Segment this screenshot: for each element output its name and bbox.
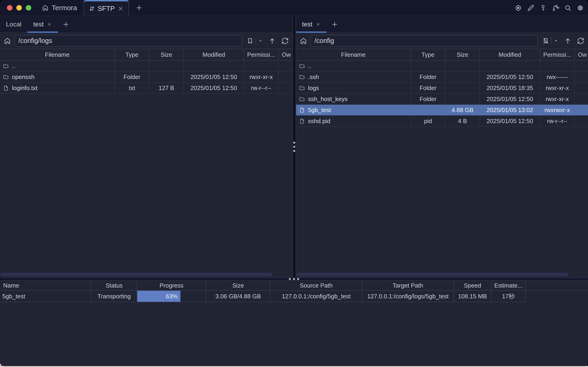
left-path-actions: [247, 37, 289, 45]
file-cell-modified: 2025/01/05 12:50: [184, 72, 244, 83]
column-header-status[interactable]: Status: [92, 281, 137, 291]
column-header-progress[interactable]: Progress: [137, 281, 206, 291]
file-cell-owner: [575, 72, 588, 83]
right-path-input[interactable]: [311, 37, 537, 45]
file-cell-type: Folder: [411, 94, 445, 105]
plus-icon: [331, 21, 338, 28]
column-header-name[interactable]: Name: [0, 281, 92, 291]
file-row[interactable]: opensshFolder2025/01/05 12:50rwxr-xr-x: [0, 72, 292, 83]
chevron-down-icon[interactable]: [258, 39, 263, 43]
left-horizontal-scrollbar[interactable]: [0, 273, 273, 276]
file-cell-permissions: rwxr-xr-x: [540, 83, 575, 94]
column-header-type[interactable]: Type: [411, 49, 445, 61]
tab-test-right[interactable]: test: [296, 16, 327, 32]
tab-test-label: test: [302, 21, 312, 28]
file-cell-type: Folder: [411, 83, 445, 94]
column-header-permissions[interactable]: Permissi...: [540, 49, 575, 61]
filename-cell: ..: [296, 61, 411, 72]
file-row[interactable]: ..: [0, 61, 292, 72]
column-header-target[interactable]: Target Path: [362, 281, 454, 291]
right-horizontal-scrollbar[interactable]: [297, 273, 569, 276]
left-panel-tabs: Local test: [0, 16, 292, 33]
column-header-size[interactable]: Size: [206, 281, 271, 291]
file-cell-modified: 2025/01/05 13:02: [480, 105, 540, 116]
search-icon[interactable]: [564, 4, 571, 11]
column-header-type[interactable]: Type: [115, 49, 149, 61]
keychain-icon[interactable]: [552, 4, 559, 11]
file-row[interactable]: .sshFolder2025/01/05 12:50rwx------: [296, 72, 588, 83]
file-cell-permissions: [244, 61, 279, 72]
edit-icon[interactable]: [527, 4, 534, 11]
tab-local[interactable]: Local: [0, 16, 27, 32]
column-header-modified[interactable]: Modified: [480, 49, 540, 61]
refresh-icon[interactable]: [577, 37, 584, 45]
file-row[interactable]: logsFolder2025/01/05 18:35rwxr-xr-x: [296, 83, 588, 94]
column-header-modified[interactable]: Modified: [184, 49, 244, 61]
titlebar-actions: [515, 0, 584, 16]
column-header-permissions[interactable]: Permissi...: [244, 49, 279, 61]
file-cell-permissions: rwxrwxr-x: [540, 105, 575, 116]
key-icon[interactable]: [539, 4, 547, 11]
divider: [256, 37, 256, 45]
bookmark-off-icon[interactable]: [542, 37, 549, 45]
column-header-size[interactable]: Size: [445, 49, 480, 61]
refresh-icon[interactable]: [281, 37, 289, 45]
record-icon[interactable]: [515, 4, 522, 11]
column-header-owner[interactable]: Ow: [575, 49, 588, 61]
tab-test-left[interactable]: test: [27, 16, 58, 32]
app-title: Termora: [52, 4, 77, 12]
panel-splitter[interactable]: [292, 16, 296, 277]
filename-label: logs: [308, 84, 319, 92]
minimize-window-button[interactable]: [16, 5, 22, 11]
file-cell-size: [149, 72, 184, 83]
close-tab-icon[interactable]: [315, 22, 321, 27]
divider: [551, 37, 552, 45]
filename-label: sshd.pid: [308, 117, 330, 125]
column-header-name[interactable]: Filename: [296, 49, 411, 61]
column-header-speed[interactable]: Speed: [454, 281, 491, 291]
close-window-button[interactable]: [7, 5, 12, 11]
file-row[interactable]: ssh_host_keysFolder2025/01/05 12:50rwxr-…: [296, 94, 588, 105]
right-path-bar: [310, 35, 538, 47]
file-row[interactable]: loginfo.txttxt127 B2025/01/05 12:50rw-r-…: [0, 83, 292, 94]
transfer-splitter[interactable]: [0, 277, 588, 281]
file-cell-modified: 2025/01/05 12:50: [480, 94, 540, 105]
filename-cell: openssh: [0, 72, 115, 83]
new-window-tab-button[interactable]: [131, 0, 147, 16]
transfer-row[interactable]: 5gb_testTransporting63%3.06 GB/4.88 GB12…: [0, 291, 588, 302]
bookmark-icon[interactable]: [247, 37, 254, 45]
up-directory-icon[interactable]: [268, 37, 276, 45]
close-tab-icon[interactable]: [47, 22, 52, 27]
file-cell-type: Folder: [411, 72, 445, 83]
close-tab-icon[interactable]: [117, 5, 124, 12]
app-home-tab[interactable]: Termora: [41, 0, 78, 16]
column-header-estimate[interactable]: Estimate...: [491, 281, 526, 291]
file-cell-owner: [279, 83, 292, 94]
file-row[interactable]: sshd.pidpid4 B2025/01/05 12:50rw-r--r--: [296, 116, 588, 127]
maximize-window-button[interactable]: [26, 5, 31, 11]
chevron-down-icon[interactable]: [554, 39, 558, 43]
transfer-empty-area: [0, 302, 588, 366]
right-new-tab-button[interactable]: [327, 16, 343, 32]
file-row[interactable]: ..: [296, 61, 588, 72]
file-cell-modified: 2025/01/05 18:35: [480, 83, 540, 94]
column-header-source[interactable]: Source Path: [271, 281, 362, 291]
transfer-arrows-icon: [88, 5, 95, 12]
column-header-size[interactable]: Size: [149, 49, 184, 61]
file-row[interactable]: 5gb_test4.88 GB2025/01/05 13:02rwxrwxr-x: [296, 105, 588, 116]
settings-icon[interactable]: [577, 4, 584, 11]
transfer-row-filler: [526, 291, 588, 302]
file-cell-type: [411, 61, 445, 72]
column-header-name[interactable]: Filename: [0, 49, 115, 61]
tab-sftp[interactable]: SFTP: [84, 0, 129, 16]
left-new-tab-button[interactable]: [58, 16, 74, 32]
home-icon[interactable]: [300, 37, 307, 45]
file-cell-owner: [279, 72, 292, 83]
left-path-input[interactable]: [15, 37, 242, 45]
plus-icon: [135, 4, 143, 11]
home-icon[interactable]: [4, 37, 11, 45]
filename-label: 5gb_test: [308, 107, 331, 114]
up-directory-icon[interactable]: [564, 37, 571, 45]
file-cell-size: 127 B: [149, 83, 184, 94]
column-header-owner[interactable]: Ow: [279, 49, 292, 61]
